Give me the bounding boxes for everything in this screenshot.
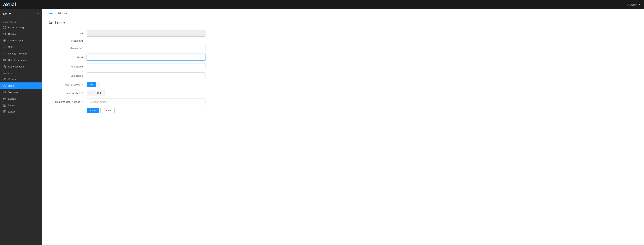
sidebar: Demo ▼ Configure Realm Settings Clients … [0,9,42,245]
sidebar-item-import[interactable]: Import [0,102,42,108]
required-user-actions-field: Select an action... Verify Email Update … [87,98,638,105]
sidebar-item-label: Sessions [8,91,18,94]
users-icon [3,78,6,81]
clock-icon [3,91,6,94]
toggle-on-button[interactable]: ON [87,82,96,87]
username-label: Username* [48,47,87,50]
manage-section-label: Manage [0,70,42,76]
email-verified-on-inactive[interactable]: ON [87,90,94,96]
id-input[interactable] [87,30,206,36]
username-required: * [82,47,83,50]
content-area: Users > Add user Add user ID Created At [42,9,644,245]
sidebar-item-label: Import [8,104,15,107]
required-user-actions-help-icon: ? [82,101,83,103]
lock-icon [3,65,6,68]
svg-point-17 [5,78,6,79]
main-layout: Demo ▼ Configure Realm Settings Clients … [0,9,644,245]
breadcrumb: Users > Add user [42,9,644,18]
admin-label: Admin [630,3,637,6]
demo-selector[interactable]: Demo ▼ [0,9,42,18]
form-row-id: ID [48,30,638,36]
created-at-label: Created At [48,39,87,42]
svg-rect-7 [4,47,6,47]
export-icon [3,110,6,113]
form-row-user-enabled: User Enabled ? ON [48,82,638,88]
breadcrumb-users-link[interactable]: Users [47,12,53,15]
first-name-label: First Name [48,65,87,68]
svg-rect-20 [4,98,6,100]
sidebar-item-user-federation[interactable]: User Federation [0,57,42,63]
form-row-username: Username* [48,45,638,52]
sidebar-item-events[interactable]: Events [0,96,42,102]
breadcrumb-separator: > [55,12,56,15]
sidebar-item-label: Realm Settings [8,26,25,29]
admin-menu[interactable]: ☺ Admin ▼ [626,3,641,6]
form-row-last-name: Last Name [48,72,638,79]
last-name-field [87,72,638,79]
email-verified-toggle[interactable]: ON OFF [87,90,638,96]
top-header: axual ☺ Admin ▼ [0,0,644,9]
email-verified-label: Email Verified ? [48,92,87,94]
sidebar-item-roles[interactable]: Roles [0,44,42,50]
sidebar-item-realm-settings[interactable]: Realm Settings [0,24,42,31]
page-content: Add user ID Created At [42,18,644,116]
sidebar-item-label: Users [8,84,14,87]
email-verified-off-active[interactable]: OFF [94,90,104,96]
svg-rect-1 [5,26,6,27]
sidebar-item-label: User Federation [8,59,26,62]
sidebar-item-users[interactable]: Users [0,82,42,89]
save-button[interactable]: Save [87,108,99,113]
required-user-actions-select[interactable]: Select an action... Verify Email Update … [87,98,206,105]
last-name-label: Last Name [48,74,87,77]
toggle-off-button[interactable] [96,82,100,87]
user-enabled-help-icon: ? [82,84,83,86]
required-user-actions-label: Required User Actions ? [48,100,87,103]
sidebar-item-label: Export [8,110,15,113]
admin-chevron-icon: ▼ [638,3,641,6]
demo-chevron-icon: ▼ [37,12,39,15]
sidebar-item-label: Events [8,98,16,100]
email-field [87,54,638,60]
svg-rect-8 [4,48,6,48]
sidebar-item-label: Identity Providers [8,52,27,55]
user-enabled-toggle[interactable]: ON [87,82,638,88]
sidebar-item-sessions[interactable]: Sessions [0,89,42,96]
svg-point-18 [4,85,5,86]
email-verified-toggle-control[interactable]: ON OFF [87,90,104,96]
calendar-icon [3,97,6,100]
sidebar-item-export[interactable]: Export [0,108,42,115]
circle-icon [3,32,6,36]
form-row-email: Email [48,54,638,60]
form-buttons: Save Cancel [87,108,638,113]
form-row-first-name: First Name [48,63,638,70]
add-user-form: ID Created At Username* [48,30,638,113]
username-input[interactable] [87,45,206,52]
first-name-input[interactable] [87,63,206,70]
sidebar-item-authentication[interactable]: Authentication [0,63,42,70]
sidebar-item-groups[interactable]: Groups [0,76,42,82]
svg-point-16 [4,78,4,79]
svg-rect-3 [5,28,6,28]
demo-label: Demo [3,12,11,15]
user-avatar-icon: ☺ [626,3,629,6]
cancel-button[interactable]: Cancel [100,108,114,113]
user-enabled-toggle-control[interactable]: ON [87,82,100,88]
email-verified-field: ON OFF [87,90,638,96]
cog-icon [3,39,6,42]
database-icon [3,58,6,62]
sidebar-item-label: Groups [8,78,16,81]
form-row-email-verified: Email Verified ? ON OFF [48,90,638,96]
first-name-field [87,63,638,70]
svg-rect-15 [4,66,6,68]
email-label: Email [48,56,87,59]
email-input[interactable] [87,54,206,60]
svg-point-4 [4,33,6,35]
last-name-input[interactable] [87,72,206,79]
configure-section-label: Configure [0,18,42,24]
logo: axual [3,2,16,8]
sidebar-item-identity-providers[interactable]: Identity Providers [0,50,42,57]
user-icon [3,84,6,87]
sidebar-item-client-scopes[interactable]: Client Scopes [0,37,42,44]
svg-rect-0 [4,26,4,27]
sidebar-item-clients[interactable]: Clients [0,31,42,37]
